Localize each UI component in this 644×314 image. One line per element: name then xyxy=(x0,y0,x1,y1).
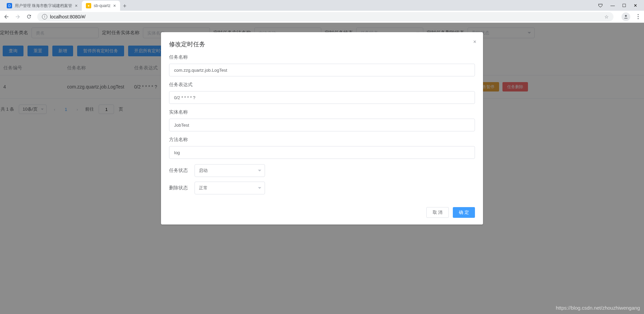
field-del-select[interactable]: 正常 xyxy=(195,182,265,194)
profile-icon[interactable] xyxy=(622,12,630,21)
address-bar[interactable]: i localhost:8080/#/ ☆ xyxy=(37,12,613,21)
field-status-label: 任务状态 xyxy=(169,168,189,174)
watermark: https://blog.csdn.net/zhouzhiwengang xyxy=(556,305,640,311)
close-window-icon[interactable]: ✕ xyxy=(634,3,637,8)
maximize-icon[interactable]: ☐ xyxy=(622,3,626,8)
new-tab-button[interactable]: + xyxy=(120,1,129,11)
browser-tab-sbquartz[interactable]: ✦ sb-quartz × xyxy=(82,1,120,11)
bookmark-icon[interactable]: ☆ xyxy=(604,14,609,19)
field-del-label: 删除状态 xyxy=(169,185,189,191)
field-method-input[interactable] xyxy=(169,146,475,159)
field-cron-input[interactable] xyxy=(169,91,475,104)
svg-point-0 xyxy=(625,15,627,16)
dialog-body: 任务名称 任务表达式 实体名称 方法名称 任务状态 启动 删除状态 正常 xyxy=(169,48,475,200)
field-name-label: 任务名称 xyxy=(169,54,475,60)
dialog-footer: 取 消 确 定 xyxy=(169,200,475,218)
info-icon[interactable]: i xyxy=(42,14,47,19)
field-cron-label: 任务表达式 xyxy=(169,82,475,88)
forward-icon[interactable] xyxy=(15,14,21,20)
browser-titlebar: D 用户管理 珠海市数字城建档案管 × ✦ sb-quartz × + 🛡 — … xyxy=(0,0,644,11)
window-controls: 🛡 — ☐ ✕ xyxy=(598,0,641,11)
field-method-label: 方法名称 xyxy=(169,137,475,143)
url-text: localhost:8080/#/ xyxy=(50,14,86,19)
minimize-icon[interactable]: — xyxy=(610,3,615,8)
close-icon[interactable]: × xyxy=(75,3,77,8)
tab-title: 用户管理 珠海市数字城建档案管 xyxy=(15,3,72,9)
dialog-close-icon[interactable]: × xyxy=(473,39,476,45)
confirm-button[interactable]: 确 定 xyxy=(453,207,475,218)
close-icon[interactable]: × xyxy=(113,3,116,8)
field-name-input[interactable] xyxy=(169,64,475,76)
tab-title: sb-quartz xyxy=(94,3,111,8)
browser-toolbar: i localhost:8080/#/ ☆ xyxy=(0,11,644,23)
edit-task-dialog: 修改定时任务 × 任务名称 任务表达式 实体名称 方法名称 任务状态 启动 删除… xyxy=(161,32,483,225)
browser-tab-usermgmt[interactable]: D 用户管理 珠海市数字城建档案管 × xyxy=(3,1,82,11)
field-entity-input[interactable] xyxy=(169,119,475,131)
menu-icon[interactable] xyxy=(636,14,641,19)
favicon-icon: ✦ xyxy=(86,3,91,8)
reload-icon[interactable] xyxy=(26,14,32,19)
cancel-button[interactable]: 取 消 xyxy=(426,207,449,218)
shield-icon[interactable]: 🛡 xyxy=(598,3,603,8)
field-status-select[interactable]: 启动 xyxy=(195,164,265,177)
favicon-icon: D xyxy=(7,3,12,8)
field-entity-label: 实体名称 xyxy=(169,109,475,115)
back-icon[interactable] xyxy=(3,14,9,20)
dialog-title: 修改定时任务 xyxy=(169,40,475,48)
